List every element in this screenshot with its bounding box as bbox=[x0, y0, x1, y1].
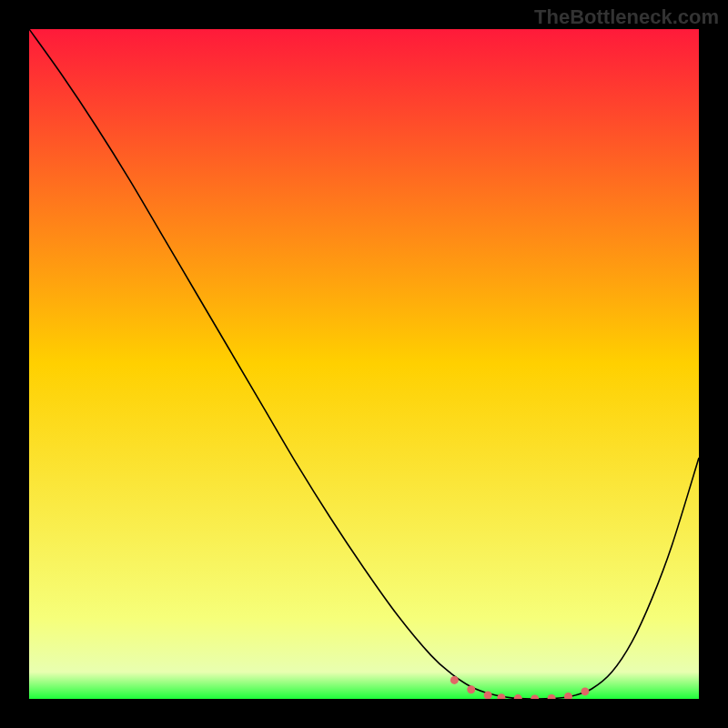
sweet-spot-marker bbox=[581, 687, 589, 695]
chart-container: TheBottleneck.com bbox=[0, 0, 728, 728]
watermark-text: TheBottleneck.com bbox=[534, 5, 719, 29]
svg-rect-0 bbox=[29, 29, 699, 699]
bottleneck-chart bbox=[29, 29, 699, 699]
sweet-spot-marker bbox=[467, 685, 475, 693]
plot-area bbox=[29, 29, 699, 699]
sweet-spot-marker bbox=[450, 676, 459, 684]
